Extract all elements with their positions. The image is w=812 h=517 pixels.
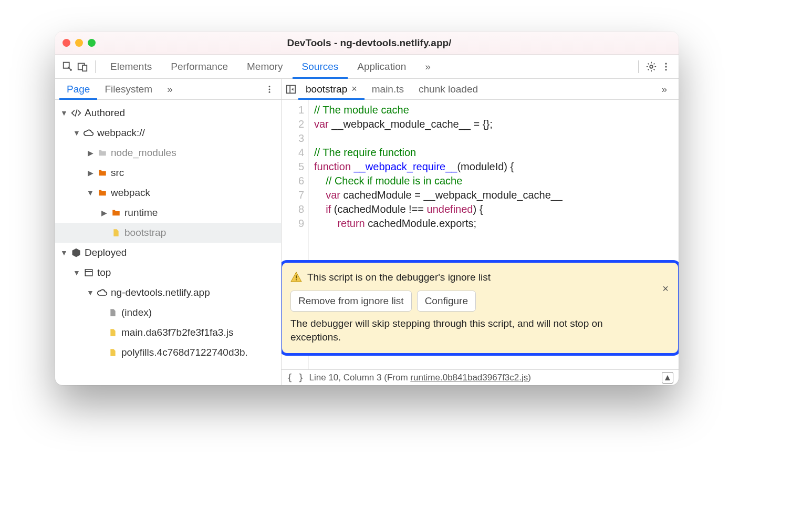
zoom-window-button[interactable]	[88, 39, 96, 47]
configure-button[interactable]: Configure	[417, 291, 476, 312]
tree-folder-node-modules[interactable]: ▶ node_modules	[55, 143, 281, 163]
file-icon	[111, 228, 121, 238]
more-icon[interactable]	[659, 59, 673, 74]
tab-elements[interactable]: Elements	[101, 55, 161, 79]
file-tree: ▼ Authored ▼ webpack:// ▶ node_modules ▶	[55, 100, 281, 385]
svg-rect-13	[296, 276, 297, 279]
svg-rect-1	[82, 65, 87, 71]
svg-point-8	[269, 91, 270, 92]
pretty-print-icon[interactable]: { }	[287, 372, 304, 383]
svg-point-4	[665, 66, 667, 67]
code-editor[interactable]: 123456789 // The module cache var __webp…	[282, 100, 679, 369]
chevron-down-icon: ▼	[87, 288, 94, 297]
tree-host[interactable]: ▼ ng-devtools.netlify.app	[55, 283, 281, 303]
close-window-button[interactable]	[63, 39, 70, 47]
folder-icon	[97, 168, 108, 178]
chevron-down-icon: ▼	[60, 249, 68, 257]
svg-point-2	[650, 65, 653, 68]
tree-file-index[interactable]: (index)	[55, 303, 281, 323]
tree-file-mainjs[interactable]: main.da63f7b2fe3f1fa3.js	[55, 323, 281, 343]
file-icon	[108, 307, 118, 318]
editor-tab-bootstrap[interactable]: bootstrap ×	[298, 79, 365, 100]
tree-label: webpack	[111, 187, 150, 199]
tree-label: Authored	[85, 107, 125, 119]
tree-label: webpack://	[97, 127, 145, 139]
tab-performance[interactable]: Performance	[161, 55, 237, 79]
editor-tab-chunk[interactable]: chunk loaded	[411, 79, 485, 100]
file-icon	[108, 347, 118, 358]
editor-panel: bootstrap × main.ts chunk loaded » 12345…	[282, 79, 679, 385]
editor-tab-overflow[interactable]: »	[652, 79, 676, 100]
minimize-window-button[interactable]	[75, 39, 83, 47]
svg-point-5	[665, 69, 667, 70]
svg-point-6	[269, 86, 270, 87]
device-toolbar-icon[interactable]	[75, 59, 90, 74]
cursor-position: Line 10, Column 3 (From runtime.0b841bad…	[309, 373, 531, 383]
tree-webpack-scheme[interactable]: ▼ webpack://	[55, 123, 281, 143]
navigator-more-icon[interactable]	[262, 82, 277, 97]
tree-label: top	[97, 267, 111, 278]
toolbar-divider	[95, 60, 96, 73]
editor-tab-label: chunk loaded	[419, 84, 478, 95]
titlebar: DevTools - ng-devtools.netlify.app/	[55, 32, 679, 55]
panel-tabs: Elements Performance Memory Sources Appl…	[101, 55, 440, 79]
tree-folder-src[interactable]: ▶ src	[55, 163, 281, 183]
close-icon[interactable]: ×	[662, 282, 669, 296]
chevron-down-icon: ▼	[87, 189, 94, 197]
tree-label: (index)	[121, 307, 152, 318]
tab-sources[interactable]: Sources	[293, 55, 348, 79]
navigator-tabs: Page Filesystem »	[55, 79, 281, 100]
tree-label: ng-devtools.netlify.app	[111, 287, 210, 298]
navigator-sidebar: Page Filesystem » ▼ Authored ▼ webpack:/…	[55, 79, 282, 385]
navigator-tab-overflow[interactable]: »	[160, 79, 180, 100]
navigator-tab-filesystem[interactable]: Filesystem	[97, 79, 160, 100]
tree-label: main.da63f7b2fe3f1fa3.js	[121, 327, 233, 338]
tree-file-bootstrap[interactable]: bootstrap	[55, 223, 281, 243]
chevron-down-icon: ▼	[73, 129, 80, 137]
navigator-tab-page[interactable]: Page	[59, 79, 97, 100]
tree-label: src	[111, 167, 124, 179]
gear-icon[interactable]	[644, 59, 659, 74]
svg-rect-9	[85, 270, 92, 276]
remove-from-ignore-button[interactable]: Remove from ignore list	[290, 291, 412, 312]
svg-point-3	[665, 63, 667, 64]
chevron-right-icon: ▶	[87, 169, 94, 177]
warning-title: This script is on the debugger's ignore …	[307, 270, 491, 284]
tree-label: runtime	[124, 207, 158, 219]
package-icon	[71, 247, 81, 258]
svg-rect-14	[296, 280, 297, 281]
file-icon	[108, 327, 118, 338]
folder-icon	[111, 208, 121, 218]
cloud-icon	[97, 287, 108, 298]
chevron-down-icon: ▼	[60, 109, 68, 117]
tree-label: Deployed	[85, 247, 127, 258]
tab-application[interactable]: Application	[348, 55, 415, 79]
frame-icon	[84, 267, 94, 278]
window-title: DevTools - ng-devtools.netlify.app/	[96, 37, 643, 49]
svg-rect-11	[287, 85, 296, 93]
tab-memory[interactable]: Memory	[237, 55, 293, 79]
tree-label: node_modules	[111, 147, 176, 159]
toggle-navigator-icon[interactable]	[284, 82, 298, 97]
main-toolbar: Elements Performance Memory Sources Appl…	[55, 55, 679, 79]
source-link[interactable]: runtime.0b841bad3967f3c2.js	[410, 373, 528, 382]
tree-group-deployed[interactable]: ▼ Deployed	[55, 243, 281, 263]
tree-label: polyfills.4c768d7122740d3b.	[121, 347, 248, 358]
svg-point-7	[269, 88, 270, 90]
ignore-list-warning: This script is on the debugger's ignore …	[282, 260, 679, 356]
tree-group-authored[interactable]: ▼ Authored	[55, 103, 281, 123]
editor-tabs: bootstrap × main.ts chunk loaded »	[282, 79, 679, 100]
chevron-right-icon: ▶	[100, 209, 108, 217]
inspect-element-icon[interactable]	[60, 59, 75, 74]
warning-description: The debugger will skip stepping through …	[290, 317, 627, 345]
tree-folder-webpack[interactable]: ▼ webpack	[55, 183, 281, 203]
expand-up-icon[interactable]: ▲	[662, 372, 673, 384]
tree-frame-top[interactable]: ▼ top	[55, 263, 281, 283]
editor-tab-main[interactable]: main.ts	[365, 79, 411, 100]
chevron-down-icon: ▼	[73, 268, 80, 277]
tab-overflow[interactable]: »	[415, 55, 440, 79]
tree-file-polyfills[interactable]: polyfills.4c768d7122740d3b.	[55, 343, 281, 363]
folder-icon	[97, 188, 108, 198]
tree-folder-runtime[interactable]: ▶ runtime	[55, 203, 281, 223]
close-tab-icon[interactable]: ×	[351, 84, 357, 95]
